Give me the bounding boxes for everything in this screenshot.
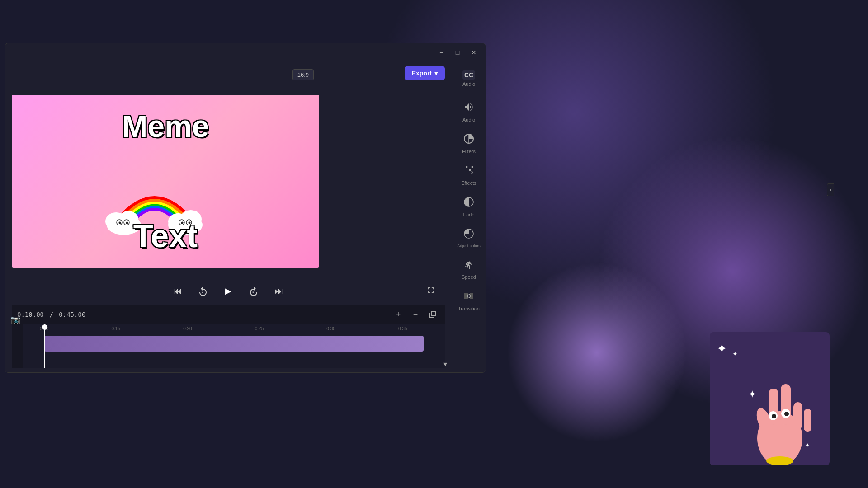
video-canvas: Meme bbox=[12, 95, 319, 268]
sidebar-label-filters: Filters bbox=[462, 149, 476, 154]
svg-point-5 bbox=[119, 221, 121, 224]
fullscreen-icon bbox=[426, 285, 436, 295]
sidebar-collapse-button[interactable]: ‹ bbox=[827, 183, 834, 196]
timeline-remove-button[interactable]: − bbox=[409, 308, 422, 321]
playhead[interactable] bbox=[44, 324, 45, 368]
sidebar-item-speed[interactable]: Speed bbox=[454, 254, 484, 284]
video-topbar: Export ▾ bbox=[12, 66, 445, 80]
maximize-button[interactable]: □ bbox=[451, 46, 464, 59]
canvas-bottom-text: Text bbox=[133, 217, 198, 254]
timeline-action-buttons: + − bbox=[392, 308, 439, 321]
thumb-character: ✦ ✦ bbox=[735, 357, 825, 465]
export-label: Export bbox=[412, 70, 432, 77]
sidebar-label-transition: Transition bbox=[458, 306, 480, 311]
ruler-mark-2: 0:20 bbox=[183, 326, 192, 331]
sidebar-label-adjust-colors: Adjust colors bbox=[457, 244, 481, 248]
timeline-fit-button[interactable] bbox=[426, 308, 439, 321]
title-bar: − □ ✕ bbox=[5, 43, 486, 61]
cc-icon: CC bbox=[462, 70, 475, 80]
play-button[interactable]: ▶ bbox=[220, 283, 236, 299]
rewind-5-button[interactable]: 5 bbox=[195, 283, 211, 299]
forward-5-button[interactable]: 5 bbox=[245, 283, 262, 299]
svg-rect-27 bbox=[793, 402, 802, 429]
sidebar-item-effects[interactable]: Effects bbox=[454, 160, 484, 190]
svg-text:✦: ✦ bbox=[805, 441, 810, 449]
sidebar-divider-1 bbox=[458, 94, 480, 94]
svg-text:5: 5 bbox=[252, 290, 254, 293]
export-arrow-icon: ▾ bbox=[434, 70, 438, 77]
skip-back-button[interactable]: ⏮ bbox=[170, 283, 186, 299]
ruler-mark-1: 0:15 bbox=[112, 326, 120, 331]
sidebar-item-fade[interactable]: Fade bbox=[454, 192, 484, 222]
fullscreen-button[interactable] bbox=[426, 285, 436, 297]
timeline-track[interactable] bbox=[44, 336, 424, 352]
content-area: Export ▾ 16:9 Meme bbox=[5, 61, 486, 372]
sidebar-label-fade: Fade bbox=[463, 212, 474, 217]
right-sidebar: CC Audio Audio bbox=[452, 61, 486, 372]
character-svg: ✦ ✦ bbox=[735, 357, 825, 465]
sidebar-label-effects: Effects bbox=[461, 180, 476, 186]
adjust-colors-icon bbox=[463, 228, 474, 242]
sidebar-label-cc-audio: Audio bbox=[462, 81, 475, 87]
aspect-ratio-badge: 16:9 bbox=[292, 69, 314, 80]
rewind-icon: 5 bbox=[198, 286, 208, 296]
sidebar-item-adjust-colors[interactable]: Adjust colors bbox=[454, 224, 484, 253]
transition-icon bbox=[463, 291, 474, 304]
camera-add-icon[interactable]: 📷 bbox=[10, 315, 20, 325]
svg-text:5: 5 bbox=[202, 290, 203, 293]
svg-point-6 bbox=[126, 221, 128, 224]
ruler-mark-5: 0:35 bbox=[398, 326, 407, 331]
thumb-sparkle-small: ✦ bbox=[732, 350, 738, 357]
filters-icon bbox=[463, 133, 474, 147]
svg-rect-26 bbox=[781, 384, 791, 425]
timeline-collapse-button[interactable]: ▾ bbox=[443, 357, 447, 370]
skip-forward-button[interactable]: ⏭ bbox=[271, 283, 287, 299]
app-window: − □ ✕ Export ▾ 16:9 Meme bbox=[5, 43, 486, 373]
forward-icon: 5 bbox=[248, 286, 259, 296]
thumb-sparkle-1: ✦ bbox=[717, 341, 727, 356]
svg-point-33 bbox=[784, 412, 789, 416]
ruler-mark-4: 0:30 bbox=[326, 326, 335, 331]
fade-icon bbox=[463, 197, 474, 210]
svg-text:✦: ✦ bbox=[748, 389, 756, 400]
bg-decoration-3 bbox=[506, 262, 687, 443]
svg-point-32 bbox=[772, 414, 776, 418]
audio-icon bbox=[463, 102, 474, 115]
sidebar-label-speed: Speed bbox=[462, 274, 476, 280]
sidebar-label-audio: Audio bbox=[462, 117, 475, 122]
sidebar-item-transition[interactable]: Transition bbox=[454, 286, 484, 316]
thumbnail-preview: ✦ ✦ ✦ ✦ bbox=[710, 332, 830, 465]
sidebar-item-audio[interactable]: Audio bbox=[454, 97, 484, 127]
sidebar-item-filters[interactable]: Filters bbox=[454, 129, 484, 159]
effects-icon bbox=[463, 165, 474, 178]
timeline-controls: 📷 0:10.00 / 0:45.00 + − bbox=[12, 305, 445, 324]
svg-point-24 bbox=[766, 456, 793, 465]
close-button[interactable]: ✕ bbox=[467, 46, 480, 59]
export-button[interactable]: Export ▾ bbox=[405, 66, 445, 80]
video-area: Export ▾ 16:9 Meme bbox=[5, 61, 452, 372]
fit-icon bbox=[429, 310, 437, 319]
sidebar-item-cc-audio[interactable]: CC Audio bbox=[454, 66, 484, 91]
timeline-current-time: 0:10.00 / 0:45.00 bbox=[17, 311, 85, 318]
ruler-mark-3: 0:25 bbox=[255, 326, 264, 331]
playback-controls: ⏮ 5 ▶ 5 ⏭ bbox=[12, 277, 445, 305]
timeline-add-button[interactable]: + bbox=[392, 308, 405, 321]
svg-rect-28 bbox=[804, 409, 811, 432]
video-canvas-wrapper: 16:9 Meme bbox=[12, 85, 445, 277]
canvas-meme-text: Meme bbox=[122, 108, 209, 144]
timeline-area: 📷 0:10.00 / 0:45.00 + − bbox=[12, 305, 445, 368]
minimize-button[interactable]: − bbox=[435, 46, 448, 59]
speed-icon bbox=[463, 259, 474, 272]
timeline-ruler[interactable]: 0:10 0:15 0:20 0:25 0:30 0:35 bbox=[23, 324, 445, 368]
